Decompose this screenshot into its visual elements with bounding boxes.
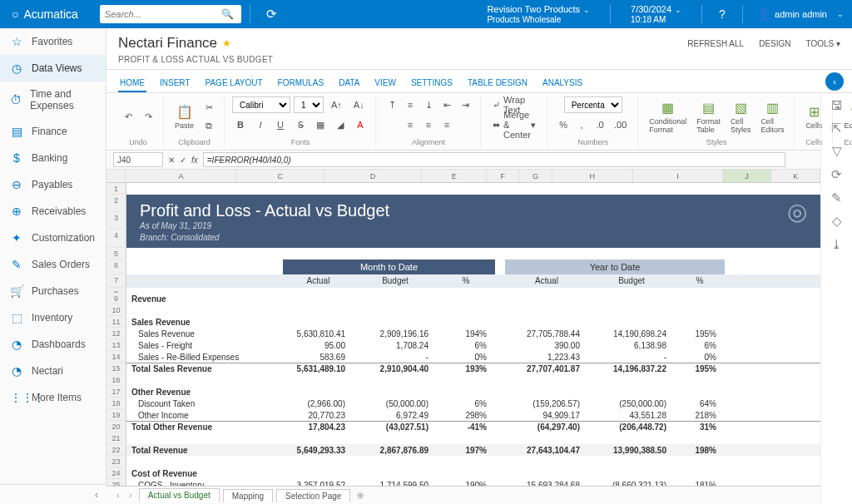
cell-editors-button[interactable]: ▥Cell Editors — [757, 96, 787, 136]
percent-icon[interactable]: % — [555, 116, 572, 133]
comma-icon[interactable]: , — [573, 116, 590, 133]
data-row[interactable]: Total Other Revenue17,804.23(43,027.51)-… — [126, 421, 820, 432]
data-row[interactable]: Sales - Freight95.001,708.246%390.006,13… — [126, 339, 820, 351]
border-icon[interactable]: ▦ — [312, 116, 329, 133]
data-row[interactable]: Total Sales Revenue5,631,489.102,910,904… — [126, 363, 820, 374]
row-number[interactable]: 1 — [106, 183, 126, 195]
copy-icon[interactable]: ⧉ — [201, 117, 217, 134]
data-row[interactable]: Other Income20,770.236,972.49298%94,909.… — [126, 409, 820, 421]
indent-dec-icon[interactable]: ⇤ — [438, 96, 455, 113]
ribbon-tab-home[interactable]: HOME — [118, 75, 146, 92]
row-number[interactable]: 14 — [106, 351, 126, 363]
row-number[interactable]: 20 — [106, 421, 126, 432]
format-table-button[interactable]: ▤Format Table — [693, 96, 724, 136]
company-selector[interactable]: Revision Two Products⌄ Products Wholesal… — [475, 4, 602, 25]
brand-logo[interactable]: Acumatica — [0, 7, 90, 21]
data-row[interactable]: Total Revenue5,649,293.332,867,876.89197… — [126, 444, 820, 456]
ribbon-tab-analysis[interactable]: ANALYSIS — [541, 75, 584, 92]
conditional-format-button[interactable]: ▦Conditional Format — [646, 96, 690, 136]
sidebar-item-customization[interactable]: ✦Customization — [0, 225, 106, 251]
number-format-select[interactable]: Percentage — [564, 96, 622, 113]
sidebar-item-finance[interactable]: ▤Finance — [0, 118, 106, 145]
row-number[interactable]: 16 — [106, 374, 126, 386]
date-selector[interactable]: 7/30/2024⌄ 10:18 AM — [619, 4, 693, 25]
download-icon[interactable]: ⤓ — [831, 237, 842, 252]
row-number[interactable]: 19 — [106, 409, 126, 421]
ribbon-tab-insert[interactable]: INSERT — [158, 75, 192, 92]
sheet-rows[interactable]: ◎ Profit and Loss - Actual vs Budget As … — [126, 183, 820, 486]
align-mid-icon[interactable]: ≡ — [402, 96, 419, 113]
sidebar-item-payables[interactable]: ⊖Payables — [0, 171, 106, 198]
row-number[interactable]: 13 — [106, 339, 126, 351]
row-number[interactable]: 9 — [106, 293, 126, 304]
paste-button[interactable]: 📋Paste — [171, 96, 197, 136]
row-number[interactable]: 6 — [106, 259, 126, 274]
row-number[interactable]: 21 — [106, 432, 126, 444]
font-grow-icon[interactable]: A↑ — [327, 96, 346, 113]
row-number[interactable]: 18 — [106, 398, 126, 409]
tab-add-icon[interactable]: ⊕ — [354, 491, 367, 500]
sidebar-item-receivables[interactable]: ⊕Receivables — [0, 198, 106, 225]
tools-button[interactable]: TOOLS ▾ — [806, 39, 841, 48]
collapse-nav-icon[interactable]: ‹ — [0, 484, 106, 504]
italic-icon[interactable]: I — [252, 116, 269, 133]
refresh-all-button[interactable]: REFRESH ALL — [687, 39, 744, 48]
cell-name-box[interactable]: J40 — [113, 152, 163, 167]
align-right-icon[interactable]: ≡ — [438, 116, 455, 133]
tab-actual-vs-budget[interactable]: Actual vs Budget — [139, 488, 220, 503]
indent-inc-icon[interactable]: ⇥ — [457, 96, 473, 113]
user-icon[interactable]: 👤 — [751, 7, 775, 21]
cell-styles-button[interactable]: ▧Cell Styles — [727, 96, 755, 136]
data-row[interactable]: Sales - Re-Billed Expenses583.69-0%1,223… — [126, 351, 820, 363]
row-number[interactable]: 12 — [106, 328, 126, 339]
sidebar-item-data-views[interactable]: ◷Data Views — [0, 55, 106, 82]
row-number[interactable]: 2 — [106, 195, 126, 212]
sidebar-item-nectari[interactable]: ◔Nectari — [0, 358, 106, 384]
row-number[interactable]: 4 — [106, 230, 126, 248]
formula-input[interactable]: =IFERROR(H40/I40,0) — [203, 152, 785, 167]
side-panel-icon[interactable]: ‹ — [825, 72, 844, 91]
chevron-down-icon[interactable]: ⌄ — [837, 10, 852, 18]
sidebar-item-dashboards[interactable]: ◔Dashboards — [0, 331, 106, 358]
ribbon-tab-page-layout[interactable]: PAGE LAYOUT — [204, 75, 265, 92]
eraser-icon[interactable]: ◇ — [832, 214, 842, 229]
refresh-icon[interactable]: ⟳ — [831, 167, 842, 182]
brush-icon[interactable]: ✎ — [831, 190, 842, 205]
cut-icon[interactable]: ✂ — [201, 99, 217, 116]
help-icon[interactable]: ? — [711, 7, 734, 21]
share-icon[interactable]: ⇱ — [831, 121, 842, 136]
row-number[interactable]: 15 — [106, 363, 126, 374]
data-row[interactable]: Discount Taken(2,966.00)(50,000.00)6%(15… — [126, 398, 820, 409]
align-top-icon[interactable]: ⤒ — [384, 96, 400, 113]
sidebar-item-inventory[interactable]: ⬚Inventory — [0, 304, 106, 331]
design-button[interactable]: DESIGN — [759, 39, 790, 48]
sidebar-item-purchases[interactable]: 🛒Purchases — [0, 278, 106, 304]
row-number[interactable]: 7 — [106, 274, 126, 288]
fx-icon[interactable]: fx — [191, 156, 198, 165]
row-number[interactable]: 23 — [106, 456, 126, 467]
tab-next-icon[interactable]: › — [126, 491, 135, 500]
spreadsheet[interactable]: A C D E F G H I J K 12345678910111213141… — [106, 170, 820, 486]
tab-prev-icon[interactable]: ‹ — [113, 491, 122, 500]
redo-icon[interactable]: ↷ — [140, 108, 156, 125]
sidebar-item-banking[interactable]: $Banking — [0, 145, 106, 171]
filter-icon[interactable]: ▽ — [832, 144, 842, 159]
strike-icon[interactable]: S̶ — [292, 116, 309, 133]
underline-icon[interactable]: U — [272, 116, 289, 133]
sidebar-item-favorites[interactable]: ☆Favorites — [0, 28, 106, 55]
font-shrink-icon[interactable]: A↓ — [349, 96, 369, 113]
row-number[interactable]: 17 — [106, 386, 126, 398]
refresh-icon[interactable]: ⟳ — [259, 7, 285, 22]
data-row[interactable]: COGS - Inventory3,257,019.521,714,599.50… — [126, 479, 820, 486]
row-number[interactable]: 10 — [106, 304, 126, 316]
align-bot-icon[interactable]: ⤓ — [420, 96, 437, 113]
row-number[interactable]: 3 — [106, 212, 126, 230]
save-icon[interactable]: 🖫 — [830, 98, 843, 112]
dec-dec-icon[interactable]: .00 — [610, 116, 631, 133]
bold-icon[interactable]: B — [232, 116, 249, 133]
ribbon-tab-data[interactable]: DATA — [337, 75, 361, 92]
cancel-icon[interactable]: ✕ — [168, 156, 175, 165]
dec-inc-icon[interactable]: .0 — [592, 116, 608, 133]
accept-icon[interactable]: ✓ — [180, 156, 186, 165]
search-input[interactable] — [105, 9, 221, 19]
